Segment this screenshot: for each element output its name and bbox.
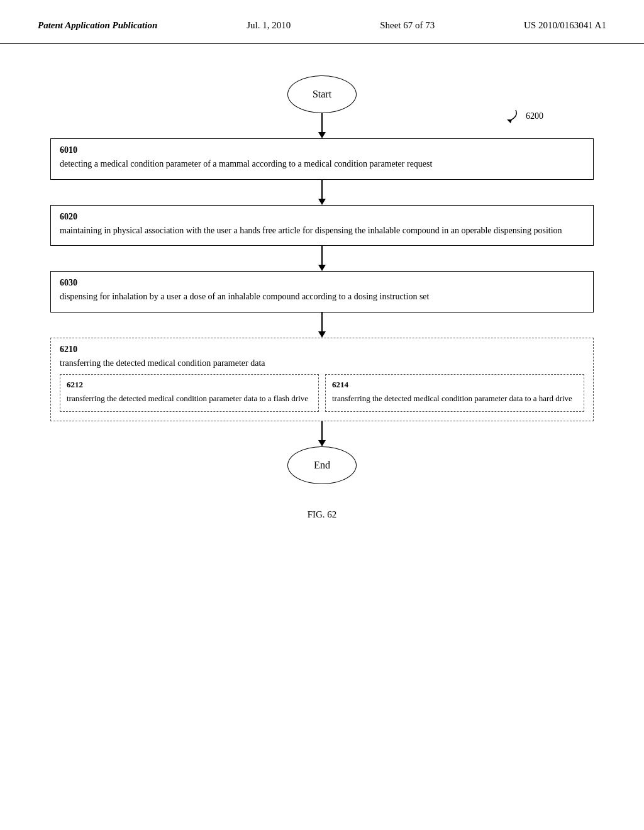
connector-2 (321, 180, 323, 199)
arrow-1 (318, 132, 326, 138)
arrow-3 (318, 265, 326, 271)
page-header: Patent Application Publication Jul. 1, 2… (0, 0, 644, 44)
start-oval: Start (287, 75, 357, 113)
date-label: Jul. 1, 2010 (247, 20, 291, 31)
step-6010-box: 6010 detecting a medical condition param… (50, 138, 594, 180)
main-content: 6200 Start 6010 detecting a medical cond… (0, 50, 644, 545)
connector-3 (321, 246, 323, 265)
end-oval: End (287, 446, 357, 484)
arrow-5 (318, 440, 326, 446)
sub-6214-text: transferring the detected medical condit… (332, 394, 572, 403)
sub-6212-text: transferring the detected medical condit… (67, 394, 308, 403)
sub-6212-num: 6212 (67, 380, 312, 390)
step-6030-num: 6030 (60, 278, 584, 288)
step-6030-text: dispensing for inhalation by a user a do… (60, 292, 429, 301)
step-6210-num: 6210 (60, 345, 584, 355)
step-6020-text: maintaining in physical association with… (60, 226, 562, 235)
sub-boxes-row: 6212 transferring the detected medical c… (60, 374, 584, 411)
diagram-label-6200: 6200 (484, 107, 543, 126)
figure-caption: FIG. 62 (308, 509, 337, 520)
step-6010-num: 6010 (60, 145, 584, 155)
publication-label: Patent Application Publication (38, 20, 157, 31)
sheet-label: Sheet 67 of 73 (380, 20, 435, 31)
arrow-2 (318, 199, 326, 205)
sub-box-6212: 6212 transferring the detected medical c… (60, 374, 319, 411)
sub-6214-num: 6214 (332, 380, 577, 390)
connector-1 (321, 113, 323, 132)
step-6210-text: transferring the detected medical condit… (60, 358, 265, 368)
step-6010-text: detecting a medical condition parameter … (60, 159, 432, 169)
step-6210-box: 6210 transferring the detected medical c… (50, 338, 594, 421)
connector-4 (321, 313, 323, 331)
flowchart: 6200 Start 6010 detecting a medical cond… (50, 75, 594, 520)
svg-marker-0 (507, 119, 512, 123)
arrow-4 (318, 331, 326, 338)
step-6020-box: 6020 maintaining in physical association… (50, 205, 594, 246)
connector-5 (321, 421, 323, 440)
sub-box-6214: 6214 transferring the detected medical c… (325, 374, 584, 411)
patent-number-label: US 2010/0163041 A1 (524, 20, 606, 31)
step-6020-num: 6020 (60, 212, 584, 222)
step-6030-box: 6030 dispensing for inhalation by a user… (50, 271, 594, 313)
